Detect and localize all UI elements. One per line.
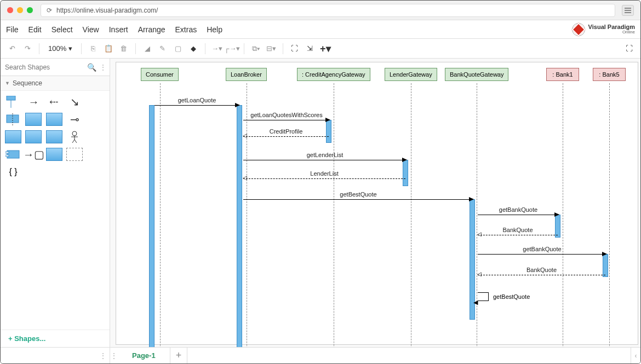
message-label-9: BankQuote bbox=[526, 267, 557, 273]
shape-frame3-icon[interactable] bbox=[46, 130, 62, 143]
lifeline-loanbroker bbox=[247, 83, 247, 347]
line-style-icon[interactable]: ┌→▾ bbox=[226, 43, 238, 55]
style-icon[interactable]: ◆ bbox=[187, 43, 199, 55]
shape-note-icon[interactable] bbox=[46, 148, 62, 161]
svg-rect-11 bbox=[5, 155, 9, 157]
fill-icon[interactable]: ◢ bbox=[141, 43, 153, 55]
search-input[interactable] bbox=[5, 63, 87, 71]
activation-3[interactable] bbox=[403, 160, 408, 186]
activation-0[interactable] bbox=[149, 105, 154, 347]
redo-icon[interactable]: ↷ bbox=[21, 43, 33, 55]
address-bar[interactable]: ⟳ https://online.visual-paradigm.com/ bbox=[41, 4, 615, 17]
message-label-8: getBankQuote bbox=[523, 246, 561, 252]
url-text: https://online.visual-paradigm.com/ bbox=[56, 7, 158, 14]
diagram-canvas[interactable]: ConsumerLoanBroker: CreditAgencyGatewayL… bbox=[116, 62, 638, 345]
lifeline-lender bbox=[411, 83, 411, 347]
menu-help[interactable]: Help bbox=[207, 25, 222, 34]
shape-actor-icon[interactable] bbox=[66, 130, 83, 143]
search-icon[interactable]: 🔍 bbox=[87, 63, 96, 72]
participant-lender[interactable]: LenderGateway bbox=[385, 68, 437, 81]
maximize-icon[interactable] bbox=[27, 7, 33, 13]
shape-rect3-icon[interactable] bbox=[46, 113, 62, 126]
participant-bankquote[interactable]: BankQuoteGateway bbox=[445, 68, 508, 81]
menu-insert[interactable]: Insert bbox=[109, 25, 128, 34]
activation-6[interactable] bbox=[603, 254, 608, 277]
shape-dot-icon[interactable]: ⊸ bbox=[66, 113, 83, 126]
menu-view[interactable]: View bbox=[83, 25, 99, 34]
shape-frame2-icon[interactable] bbox=[25, 130, 42, 143]
menu-arrange[interactable]: Arrange bbox=[138, 25, 165, 34]
canvas-area: ConsumerLoanBroker: CreditAgencyGatewayL… bbox=[110, 59, 640, 347]
participant-bank5[interactable]: : Bank5 bbox=[593, 68, 626, 81]
lifeline-bank1 bbox=[563, 83, 563, 347]
window-controls bbox=[7, 7, 33, 13]
sidebar: 🔍 ⋮ ▼ Sequence → ⤎ ↘ ⊸ →▢ bbox=[1, 59, 110, 347]
shape-rect1-icon[interactable] bbox=[5, 113, 21, 126]
shape-rect2-icon[interactable] bbox=[25, 113, 42, 126]
more-icon[interactable]: ⋮ bbox=[100, 63, 106, 71]
shape-dashed-icon[interactable] bbox=[66, 148, 83, 161]
tab-add[interactable]: + bbox=[170, 348, 188, 363]
toolbar: ↶ ↷ 100% ▾ ⎘ 📋 🗑 ◢ ✎ ▢ ◆ →▾ ┌→▾ ⧉▾ ⊟▾ ⛶ … bbox=[1, 39, 640, 59]
tab-page1[interactable]: Page-1 bbox=[118, 348, 170, 363]
autofit-icon[interactable]: ⇲ bbox=[304, 43, 316, 55]
minimize-icon[interactable] bbox=[17, 7, 23, 13]
sidebar-handle[interactable]: ⋮ bbox=[1, 348, 110, 363]
copy-icon[interactable]: ⎘ bbox=[87, 43, 99, 55]
menu-file[interactable]: File bbox=[6, 25, 19, 34]
collapse-icon: ▼ bbox=[5, 80, 10, 86]
group-icon[interactable]: ⧉▾ bbox=[250, 43, 262, 55]
shape-frame1-icon[interactable] bbox=[5, 130, 21, 143]
shape-arrow-diag-icon[interactable]: ↘ bbox=[66, 95, 83, 108]
shape-arrow-left-icon[interactable]: ⤎ bbox=[46, 95, 62, 108]
add-icon[interactable]: +▾ bbox=[319, 43, 331, 55]
activation-1[interactable] bbox=[237, 105, 242, 347]
participant-bank1[interactable]: : Bank1 bbox=[546, 68, 579, 81]
close-icon[interactable] bbox=[7, 7, 13, 13]
fit-icon[interactable]: ⛶ bbox=[289, 43, 301, 55]
shapes-link[interactable]: + Shapes... bbox=[1, 330, 110, 347]
activation-2[interactable] bbox=[326, 120, 331, 143]
participant-loanbroker[interactable]: LoanBroker bbox=[226, 68, 267, 81]
activation-5[interactable] bbox=[555, 215, 560, 238]
shape-brackets-icon[interactable]: { } bbox=[5, 165, 21, 178]
brand-subtitle: Online bbox=[588, 30, 635, 34]
delete-icon[interactable]: 🗑 bbox=[118, 43, 130, 55]
align-icon[interactable]: ⊟▾ bbox=[265, 43, 277, 55]
zoom-level[interactable]: 100% ▾ bbox=[48, 44, 72, 53]
arrow-end-icon[interactable]: →▾ bbox=[211, 43, 223, 55]
shape-component-icon[interactable] bbox=[5, 148, 21, 161]
palette-section-header[interactable]: ▼ Sequence bbox=[1, 76, 110, 91]
message-label-5: getBestQuote bbox=[340, 191, 376, 198]
participant-credit[interactable]: : CreditAgencyGateway bbox=[297, 68, 370, 81]
menu-icon[interactable] bbox=[622, 5, 634, 16]
undo-icon[interactable]: ↶ bbox=[6, 43, 18, 55]
svg-rect-0 bbox=[7, 96, 15, 100]
tab-options-icon[interactable]: ⋮ bbox=[110, 352, 118, 360]
shape-lifeline-icon[interactable] bbox=[5, 95, 21, 108]
participant-consumer[interactable]: Consumer bbox=[141, 68, 179, 81]
svg-rect-10 bbox=[5, 152, 9, 153]
message-label-1: getLoanQuotesWithScores bbox=[250, 112, 322, 118]
brand-logo[interactable]: Visual ParadigmOnline bbox=[572, 23, 635, 36]
message-label-4: LenderList bbox=[310, 170, 338, 177]
menu-bar: File Edit Select View Insert Arrange Ext… bbox=[1, 20, 640, 39]
rect-icon[interactable]: ▢ bbox=[172, 43, 184, 55]
menu-edit[interactable]: Edit bbox=[28, 25, 42, 34]
shape-arrow-box-icon[interactable]: →▢ bbox=[25, 148, 42, 161]
pencil-icon[interactable]: ✎ bbox=[157, 43, 169, 55]
shape-arrow-right-icon[interactable]: → bbox=[25, 95, 42, 108]
search-shapes[interactable]: 🔍 ⋮ bbox=[1, 59, 110, 76]
lifeline-bankquote bbox=[477, 83, 477, 347]
menu-extras[interactable]: Extras bbox=[175, 25, 197, 34]
paste-icon[interactable]: 📋 bbox=[102, 43, 115, 55]
browser-titlebar: ⟳ https://online.visual-paradigm.com/ bbox=[1, 1, 640, 20]
lifeline-consumer bbox=[160, 83, 161, 347]
svg-line-8 bbox=[75, 140, 77, 143]
menu-select[interactable]: Select bbox=[51, 25, 73, 34]
shape-palette: → ⤎ ↘ ⊸ →▢ { } bbox=[1, 91, 110, 183]
reload-icon[interactable]: ⟳ bbox=[47, 7, 52, 14]
fullscreen-icon[interactable]: ⛶ bbox=[623, 43, 635, 55]
self-message[interactable]: ◀getBestQuote bbox=[478, 292, 489, 301]
right-panel-handle[interactable]: ‹ bbox=[631, 348, 640, 363]
